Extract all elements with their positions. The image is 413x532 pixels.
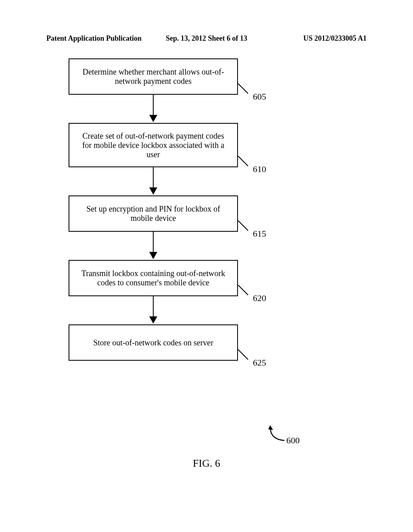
arrow-head-icon — [149, 316, 157, 324]
flow-arrow-3 — [69, 232, 238, 260]
leader-line-icon — [238, 349, 250, 362]
arrow-line-icon — [153, 296, 154, 318]
flowchart-container: Determine whether merchant allows out-of… — [69, 58, 311, 361]
arrow-head-icon — [149, 252, 157, 259]
box-text: Store out-of-network codes on server — [77, 330, 229, 355]
box-text: Create set of out-of-network payment cod… — [77, 129, 229, 162]
svg-marker-5 — [268, 425, 273, 430]
svg-line-2 — [238, 220, 248, 231]
header-center-text: Sep. 13, 2012 Sheet 6 of 13 — [153, 34, 260, 43]
flowchart-box-4: Transmit lockbox containing out-of-netwo… — [69, 260, 238, 296]
ref-number: 620 — [253, 293, 266, 303]
header-right-text: US 2012/0233005 A1 — [260, 34, 367, 43]
figure-label: FIG. 6 — [193, 457, 220, 470]
flow-arrow-2 — [69, 167, 238, 195]
leader-line-icon — [238, 285, 250, 297]
svg-line-3 — [238, 285, 248, 295]
arrow-line-icon — [153, 167, 154, 189]
svg-line-4 — [238, 349, 248, 360]
box-text: Set up encryption and PIN for lockbox of… — [77, 201, 229, 226]
arrow-line-icon — [153, 232, 154, 254]
ref-number: 625 — [253, 357, 266, 368]
svg-line-0 — [238, 83, 248, 94]
leader-line-icon — [238, 83, 250, 96]
figure-reference: 600 — [266, 425, 298, 447]
header-left-text: Patent Application Publication — [46, 34, 153, 43]
flowchart-box-5: Store out-of-network codes on server 625 — [69, 324, 238, 361]
ref-number: 610 — [253, 164, 266, 175]
flow-arrow-1 — [69, 95, 238, 123]
flowchart-box-2: Create set of out-of-network payment cod… — [69, 123, 238, 167]
box-text: Determine whether merchant allows out-of… — [77, 64, 229, 89]
leader-line-icon — [238, 220, 250, 233]
arrow-head-icon — [149, 115, 157, 122]
page-header: Patent Application Publication Sep. 13, … — [0, 34, 413, 43]
flowchart-box-3: Set up encryption and PIN for lockbox of… — [69, 195, 238, 232]
flowchart-box-1: Determine whether merchant allows out-of… — [69, 58, 238, 95]
arrow-head-icon — [149, 187, 157, 195]
arrow-line-icon — [153, 95, 154, 117]
ref-number: 615 — [253, 229, 266, 239]
figure-ref-number: 600 — [286, 435, 300, 446]
ref-number: 605 — [253, 91, 266, 102]
svg-line-1 — [238, 156, 248, 166]
box-text: Transmit lockbox containing out-of-netwo… — [77, 266, 229, 291]
leader-line-icon — [238, 156, 250, 168]
flow-arrow-4 — [69, 296, 238, 324]
